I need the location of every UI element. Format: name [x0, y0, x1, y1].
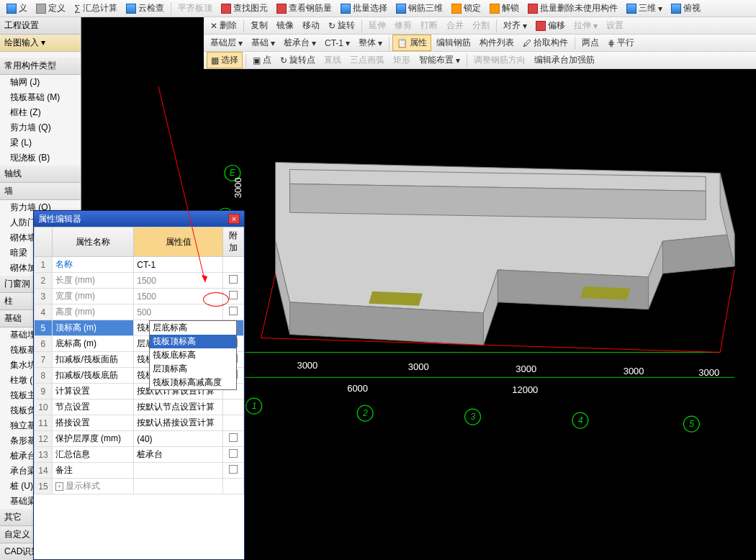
draw-input-header[interactable]: 绘图输入 ▾ — [0, 35, 81, 52]
property-row[interactable]: 13汇总信息桩承台 — [35, 447, 244, 463]
rebar-qty-menu[interactable]: 查看钢筋量 — [273, 1, 336, 16]
pick-comp-button[interactable]: 🖊 拾取构件 — [519, 35, 572, 50]
sidebar-item[interactable]: 梁 (L) — [0, 135, 81, 150]
dropdown-option[interactable]: 筏板顶标高 — [150, 335, 236, 348]
select-button[interactable]: ▦ 选择 — [207, 52, 243, 68]
trim-button[interactable]: 修剪 — [391, 18, 415, 33]
3d-view[interactable]: 1 2 3 4 5 E D 3000 3000 3000 — [204, 69, 756, 542]
sidebar-item[interactable]: 剪力墙 (Q) — [0, 120, 81, 135]
merge-button[interactable]: 合并 — [443, 18, 467, 33]
prop-value[interactable]: 桩承台 — [134, 447, 223, 463]
whole-select[interactable]: 整体 ▾ — [355, 35, 386, 50]
settings-button[interactable]: 设置 — [603, 18, 627, 33]
prop-value[interactable] — [134, 463, 223, 479]
delete-button[interactable]: ✕ 删除 — [207, 18, 240, 33]
define-menu[interactable]: 定义 — [32, 1, 69, 16]
prop-checkbox[interactable] — [223, 463, 244, 479]
prop-value[interactable]: 1500 — [134, 289, 223, 304]
sidebar-item[interactable]: 框柱 (Z) — [0, 105, 81, 120]
adjust-rebar-button[interactable]: 调整钢筋方向 — [470, 53, 529, 68]
prop-value[interactable]: 1500 — [134, 273, 223, 289]
wall-header[interactable]: 墙 — [0, 183, 81, 200]
stretch-button[interactable]: 拉伸 ▾ — [570, 18, 601, 33]
edit-cap-button[interactable]: 编辑承台加强筋 — [531, 53, 598, 68]
arc3-button[interactable]: 三点画弧 — [346, 53, 388, 68]
align-button[interactable]: 对齐 ▾ — [500, 18, 531, 33]
comp-select[interactable]: 桩承台 ▾ — [280, 35, 320, 50]
prop-value[interactable]: CT-1 — [134, 257, 223, 273]
edit-rebar-button[interactable]: 编辑钢筋 — [433, 35, 474, 50]
parallel-button[interactable]: ⋕ 平行 — [604, 35, 638, 50]
line-button[interactable]: 直线 — [320, 53, 345, 68]
point-button[interactable]: ▣ 点 — [249, 53, 275, 68]
doc-icon — [36, 4, 46, 14]
view3d-menu[interactable]: 三维 ▾ — [623, 1, 666, 16]
prop-checkbox[interactable] — [223, 399, 244, 415]
two-pt-button[interactable]: 两点 — [578, 35, 603, 50]
prop-value[interactable]: 按默认搭接设置计算 — [134, 415, 223, 431]
batch-sel-menu[interactable]: 批量选择 — [337, 1, 391, 16]
smart-place-button[interactable]: 智能布置 ▾ — [415, 53, 464, 68]
sidebar-item[interactable]: 轴网 (J) — [0, 75, 81, 90]
dropdown-option[interactable]: 层顶标高 — [150, 362, 236, 376]
prop-value[interactable] — [134, 479, 223, 494]
lock-menu[interactable]: 锁定 — [448, 1, 485, 16]
properties-button[interactable]: 📋 属性 — [392, 35, 431, 51]
proj-settings-header[interactable]: 工程设置 — [0, 17, 81, 35]
property-row[interactable]: 15+显示样式 — [35, 479, 244, 494]
split-button[interactable]: 分割 — [469, 18, 493, 33]
sidebar-item[interactable]: 筏板基础 (M) — [0, 90, 81, 105]
dropdown-option[interactable]: 层底标高 — [150, 321, 236, 335]
copy-button[interactable]: 复制 — [247, 18, 271, 33]
floor-select[interactable]: 基础层 ▾ — [207, 35, 246, 50]
rebar-3d-menu[interactable]: 钢筋三维 — [392, 1, 446, 16]
find-elem-menu[interactable]: 查找图元 — [217, 1, 271, 16]
prop-checkbox[interactable] — [223, 431, 244, 447]
cloud-check-menu[interactable]: 云检查 — [122, 1, 168, 16]
property-editor-title[interactable]: 属性编辑器 × — [34, 211, 244, 227]
rect-button[interactable]: 矩形 — [390, 53, 414, 68]
dropdown-option[interactable]: 筏板底标高 — [150, 348, 236, 362]
property-row[interactable]: 10节点设置按默认节点设置计算 — [35, 399, 244, 415]
prop-checkbox[interactable] — [223, 273, 244, 289]
cat-select[interactable]: 基础 ▾ — [248, 35, 279, 50]
prop-value[interactable]: (40) — [134, 431, 223, 447]
extend-button[interactable]: 延伸 — [365, 18, 390, 33]
close-icon[interactable]: × — [228, 214, 240, 224]
property-row[interactable]: 4高度 (mm)500 — [35, 304, 244, 320]
elevation-dropdown[interactable]: 层底标高 筏板顶标高 筏板底标高 层顶标高 筏板顶标高减高度 — [149, 320, 237, 390]
move-button[interactable]: 移动 — [299, 18, 323, 33]
prop-value[interactable]: 500 — [134, 304, 223, 320]
menu-item[interactable]: 义 — [3, 1, 31, 16]
offset-button[interactable]: 偏移 — [532, 18, 569, 33]
rotate-button[interactable]: ↻ 旋转 — [325, 18, 359, 33]
prop-checkbox[interactable] — [223, 447, 244, 463]
prop-checkbox[interactable] — [223, 415, 244, 431]
property-row[interactable]: 14备注 — [35, 463, 244, 479]
gridline-header[interactable]: 轴线 — [0, 166, 81, 183]
unlock-menu[interactable]: 解锁 — [486, 1, 523, 16]
ortho-menu[interactable]: 俯视 — [667, 1, 704, 16]
property-row[interactable]: 2长度 (mm)1500 — [35, 273, 244, 289]
prop-value[interactable]: 按默认节点设置计算 — [134, 399, 223, 415]
item-select[interactable]: CT-1 ▾ — [321, 37, 354, 50]
property-row[interactable]: 12保护层厚度 (mm)(40) — [35, 431, 244, 447]
sum-menu[interactable]: ∑ 汇总计算 — [71, 1, 121, 16]
prop-checkbox[interactable] — [223, 257, 244, 273]
comp-list-button[interactable]: 构件列表 — [476, 35, 518, 50]
batch-del-menu[interactable]: 批量删除未使用构件 — [524, 1, 621, 16]
property-row[interactable]: 1名称CT-1 — [35, 257, 244, 273]
property-row[interactable]: 3宽度 (mm)1500 — [35, 289, 244, 304]
draw-toolbar: ▦ 选择 ▣ 点 ↻ 旋转点 直线 三点画弧 矩形 智能布置 ▾ 调整钢筋方向 … — [204, 52, 756, 69]
mirror-button[interactable]: 镜像 — [273, 18, 297, 33]
prop-checkbox[interactable] — [223, 289, 244, 304]
property-row[interactable]: 11搭接设置按默认搭接设置计算 — [35, 415, 244, 431]
align-top-menu[interactable]: 平齐板顶 — [174, 1, 216, 16]
rot-pt-button[interactable]: ↻ 旋转点 — [276, 53, 319, 68]
sidebar-item[interactable]: 现浇板 (B) — [0, 150, 81, 166]
prop-checkbox[interactable] — [223, 304, 244, 320]
break-button[interactable]: 打断 — [417, 18, 441, 33]
prop-name: 高度 (mm) — [52, 304, 134, 320]
prop-checkbox[interactable] — [223, 479, 244, 494]
dropdown-option[interactable]: 筏板顶标高减高度 — [150, 376, 236, 389]
